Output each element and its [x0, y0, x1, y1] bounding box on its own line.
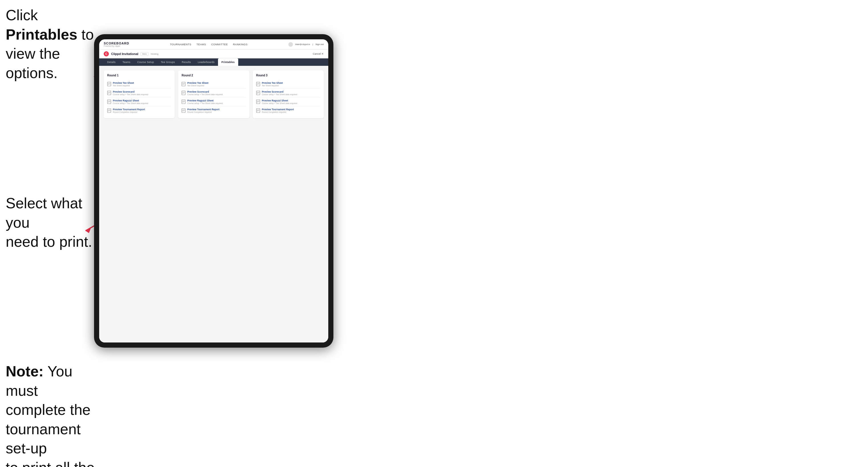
round3-raguzzi[interactable]: Preview Raguzzi Sheet Course setup + Tee… — [256, 97, 320, 106]
round2-tee-sheet-text: Preview Tee Sheet Tee Sheet required — [187, 82, 208, 87]
content-area: Round 1 Preview Tee Sheet — [99, 66, 328, 342]
rounds-grid: Round 1 Preview Tee Sheet — [104, 70, 324, 118]
scorecard-icon — [107, 91, 111, 95]
r3-report-icon — [256, 108, 260, 113]
round1-tournament-report[interactable]: Preview Tournament Report Round Completi… — [107, 106, 171, 115]
round3-tee-sheet-text: Preview Tee Sheet Tee Sheet required — [262, 82, 283, 87]
round3-tee-sheet[interactable]: Preview Tee Sheet Tee Sheet required — [256, 80, 320, 89]
cancel-button[interactable]: Cancel ✕ — [313, 53, 324, 55]
r2-scorecard-icon — [182, 91, 186, 95]
round-2-section: Round 2 Preview Tee Sheet — [178, 70, 249, 118]
nav-tournaments[interactable]: TOURNAMENTS — [170, 43, 191, 46]
tee-sheet-icon — [107, 82, 111, 86]
round2-scorecard-text: Preview Scorecard Course setup + Tee She… — [187, 90, 222, 95]
nav-teams[interactable]: TEAMS — [197, 43, 206, 46]
r2-report-icon — [182, 108, 186, 113]
nav-right: blair@clippd.io | Sign out — [288, 42, 324, 47]
separator: | — [313, 43, 313, 45]
round1-report-text: Preview Tournament Report Round Completi… — [113, 108, 145, 113]
round2-scorecard[interactable]: Preview Scorecard Course setup + Tee She… — [182, 89, 246, 97]
tablet-screen: SCOREBOARD Powered by clippd TOURNAMENTS… — [99, 39, 328, 342]
r3-tee-sheet-icon — [256, 82, 260, 86]
tab-results[interactable]: Results — [178, 58, 194, 66]
tournament-name: Clippd Invitational — [111, 52, 138, 56]
user-avatar — [288, 42, 293, 47]
round2-report-text: Preview Tournament Report Round Completi… — [187, 108, 219, 113]
round1-scorecard[interactable]: Preview Scorecard Course setup + Tee She… — [107, 89, 171, 97]
instruction-top-text: Click Printables toview the options. — [6, 7, 94, 81]
instruction-middle: Select what youneed to print. — [6, 194, 102, 252]
sign-out-link[interactable]: Sign out — [315, 43, 324, 45]
round3-report-text: Preview Tournament Report Round Completi… — [262, 108, 294, 113]
top-nav: SCOREBOARD Powered by clippd TOURNAMENTS… — [99, 39, 328, 50]
nav-rankings[interactable]: RANKINGS — [233, 43, 248, 46]
tab-teams[interactable]: Teams — [119, 58, 134, 66]
round3-scorecard[interactable]: Preview Scorecard Course setup + Tee She… — [256, 89, 320, 97]
round3-raguzzi-text: Preview Raguzzi Sheet Course setup + Tee… — [262, 99, 297, 104]
r2-tee-sheet-icon — [182, 82, 186, 86]
round2-raguzzi-text: Preview Raguzzi Sheet Course setup + Tee… — [187, 99, 222, 104]
tournament-logo: C — [104, 51, 109, 56]
round3-tournament-report[interactable]: Preview Tournament Report Round Completi… — [256, 106, 320, 115]
round3-scorecard-text: Preview Scorecard Course setup + Tee She… — [262, 90, 297, 95]
round1-raguzzi[interactable]: Preview Raguzzi Sheet Course setup + Tee… — [107, 97, 171, 106]
instruction-bottom: Note: You mustcomplete thetournament set… — [6, 362, 108, 467]
round1-raguzzi-text: Preview Raguzzi Sheet Course setup + Tee… — [113, 99, 148, 104]
tab-details[interactable]: Details — [104, 58, 119, 66]
nav-links: TOURNAMENTS TEAMS COMMITTEE RANKINGS — [170, 43, 248, 46]
round-3-section: Round 3 Preview Tee Sheet — [253, 70, 324, 118]
tournament-title-row: C Clippd Invitational Men Hosting — [104, 51, 158, 56]
round-1-title: Round 1 — [107, 74, 171, 77]
tab-leaderboards[interactable]: Leaderboards — [194, 58, 218, 66]
sub-nav: Details Teams Course Setup Tee Groups Re… — [99, 58, 328, 66]
round1-scorecard-text: Preview Scorecard Course setup + Tee She… — [113, 90, 148, 95]
tournament-status: Hosting — [151, 53, 158, 55]
r3-scorecard-icon — [256, 91, 260, 95]
brand-name: SCOREBOARD — [104, 41, 129, 45]
instruction-top: Click Printables toview the options. — [6, 6, 97, 83]
r3-raguzzi-icon — [256, 99, 260, 104]
tab-tee-groups[interactable]: Tee Groups — [157, 58, 178, 66]
round1-tee-sheet[interactable]: Preview Tee Sheet Tee Sheet required — [107, 80, 171, 89]
tournament-badge: Men — [141, 52, 149, 56]
r2-raguzzi-icon — [182, 99, 186, 104]
user-email: blair@clippd.io — [295, 43, 310, 45]
tab-printables[interactable]: Printables — [218, 58, 238, 66]
brand: SCOREBOARD Powered by clippd — [104, 41, 129, 47]
raguzzi-icon — [107, 99, 111, 104]
tab-course-setup[interactable]: Course Setup — [134, 58, 158, 66]
tablet-device: SCOREBOARD Powered by clippd TOURNAMENTS… — [94, 34, 333, 348]
round2-tee-sheet[interactable]: Preview Tee Sheet Tee Sheet required — [182, 80, 246, 89]
round2-raguzzi[interactable]: Preview Raguzzi Sheet Course setup + Tee… — [182, 97, 246, 106]
tournament-report-icon — [107, 108, 111, 113]
round-1-section: Round 1 Preview Tee Sheet — [104, 70, 175, 118]
round2-tournament-report[interactable]: Preview Tournament Report Round Completi… — [182, 106, 246, 115]
round-3-title: Round 3 — [256, 74, 320, 77]
instruction-middle-text: Select what youneed to print. — [6, 195, 92, 250]
tournament-header: C Clippd Invitational Men Hosting Cancel… — [99, 50, 328, 58]
brand-sub: Powered by clippd — [104, 45, 129, 47]
round-2-title: Round 2 — [182, 74, 246, 77]
round1-tee-sheet-text: Preview Tee Sheet Tee Sheet required — [113, 82, 134, 87]
nav-committee[interactable]: COMMITTEE — [211, 43, 228, 46]
